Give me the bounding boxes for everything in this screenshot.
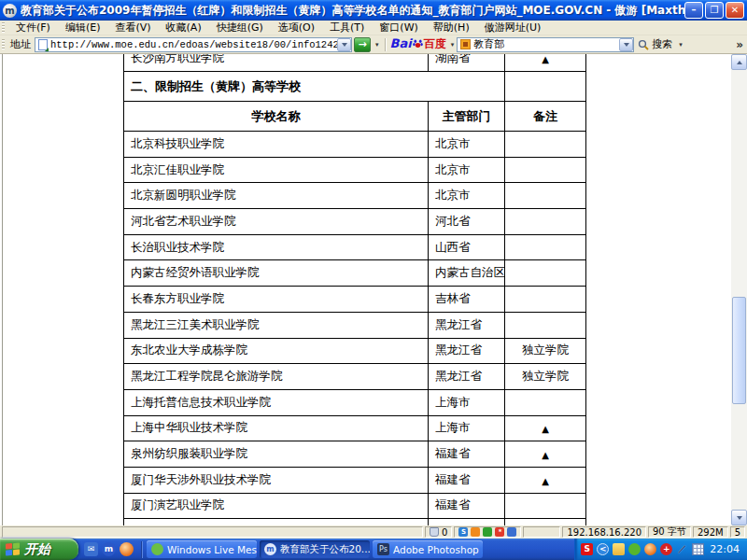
start-button[interactable]: 开始: [0, 539, 78, 560]
remark-triangle: ▲: [542, 476, 549, 486]
school-name-cell: 泉州纺织服装职业学院: [124, 441, 429, 468]
task-button-3[interactable]: PsAdobe Photoshop ...: [373, 540, 483, 558]
table-row: 长沙南方职业学院湖南省▲: [124, 54, 586, 72]
go-options-chevron[interactable]: ▾: [373, 41, 382, 49]
green-arrow-icon[interactable]: [483, 527, 492, 537]
security-tray-icon[interactable]: +: [660, 543, 672, 555]
hide-tray-icons-arrow[interactable]: <: [597, 543, 609, 555]
dept-cell: [429, 519, 505, 525]
close-button[interactable]: ✕: [726, 2, 744, 19]
restore-button[interactable]: ❐: [705, 2, 724, 19]
address-toolbar: 地址 http://www.moe.edu.cn/edoas/website18…: [0, 35, 747, 54]
baidu-logo[interactable]: Bai 百度: [390, 36, 446, 52]
menu-item-6[interactable]: 选项(O): [271, 20, 322, 35]
bytes-value: 90 字节: [653, 525, 686, 539]
trash-icon: [430, 527, 439, 537]
menu-item-7[interactable]: 工具(T): [322, 20, 372, 35]
mail-icon[interactable]: ✉: [84, 542, 98, 556]
search-query[interactable]: 教育部: [473, 37, 619, 51]
remark-cell: ▲: [505, 415, 586, 441]
school-table: 长沙南方职业学院湖南省▲二、限制招生（黄牌）高等学校学校名称主管部门备注北京科技…: [123, 54, 586, 525]
messenger-tray-icon[interactable]: [628, 543, 641, 555]
dept-cell: 福建省: [429, 441, 505, 468]
trash-pane[interactable]: 0: [425, 526, 452, 538]
menu-item-5[interactable]: 快捷组(G): [209, 20, 271, 35]
task-button-label: 教育部关于公布20...: [280, 543, 370, 556]
scroll-down-button[interactable]: [731, 510, 747, 525]
address-label: 地址: [10, 37, 31, 51]
folder-tray-icon[interactable]: [613, 543, 625, 555]
dept-cell: 北京市: [429, 157, 505, 183]
dept-cell: 吉林省: [429, 287, 505, 313]
menu-item-4[interactable]: 收藏(A): [159, 20, 209, 35]
menu-bar: 文件(F)编辑(E)查看(V)收藏(A)快捷组(G)选项(O)工具(T)窗口(W…: [0, 21, 747, 35]
table-row: 北京科技职业学院北京市: [124, 132, 586, 158]
window-arrow-icon[interactable]: [507, 527, 516, 537]
status-spacer-pane: [523, 526, 560, 538]
browser-icon[interactable]: [120, 542, 134, 556]
red-asterisk-icon[interactable]: *: [495, 527, 504, 537]
table-row: 东北农业大学成栋学院黑龙江省独立学院: [124, 338, 586, 364]
remark-cell: [505, 493, 586, 519]
task-button-2[interactable]: m教育部关于公布20...: [260, 540, 370, 558]
search-options-chevron[interactable]: ▾: [676, 41, 685, 49]
taskbar-clock[interactable]: 22:04: [710, 543, 740, 555]
address-url[interactable]: http://www.moe.edu.cn/edoas/website18/00…: [50, 39, 337, 50]
school-table-body: 长沙南方职业学院湖南省▲二、限制招生（黄牌）高等学校学校名称主管部门备注北京科技…: [124, 54, 586, 525]
scrollbar-thumb[interactable]: [732, 297, 746, 404]
baidu-options-chevron[interactable]: ▾: [448, 41, 458, 49]
address-dropdown-button[interactable]: [337, 38, 351, 51]
toolbar-grip[interactable]: [2, 22, 5, 33]
toolbar-grip[interactable]: [2, 39, 5, 49]
toolbar-overflow-chevron[interactable]: »: [734, 38, 747, 51]
school-name-cell: 河北省艺术职业学院: [124, 209, 429, 235]
sogou-icon[interactable]: S: [581, 543, 593, 555]
menu-item-8[interactable]: 窗口(W): [372, 20, 425, 35]
dept-cell: 上海市: [429, 389, 505, 415]
photoshop-icon: Ps: [377, 543, 389, 555]
task-button-1[interactable]: Windows Live Mes...: [147, 540, 257, 558]
minimize-button[interactable]: –: [684, 2, 703, 19]
table-row: 内蒙古经贸外语职业学院内蒙古自治区: [124, 260, 586, 287]
site-favicon: [460, 39, 471, 49]
toolbar-separator: [385, 38, 386, 51]
remark-cell: [505, 209, 586, 235]
remark-text: 独立学院: [522, 343, 569, 357]
chevron-down-icon: [342, 43, 347, 47]
dept-cell: 福建省: [429, 493, 505, 519]
address-input[interactable]: http://www.moe.edu.cn/edoas/website18/00…: [35, 37, 352, 52]
dept-cell: 北京市: [429, 132, 505, 158]
chevron-up-icon: [737, 61, 742, 64]
remark-cell: 独立学院: [505, 364, 586, 390]
baidu-logo-du: 百度: [424, 36, 446, 52]
column-header: 主管部门: [429, 102, 505, 132]
orange-tray-icon[interactable]: [644, 543, 656, 555]
keyboard-tray-icon[interactable]: [692, 543, 704, 555]
menu-bar-items: 文件(F)编辑(E)查看(V)收藏(A)快捷组(G)选项(O)工具(T)窗口(W…: [8, 20, 548, 35]
vertical-scrollbar[interactable]: [731, 54, 747, 525]
menu-item-1[interactable]: 文件(F): [8, 20, 58, 35]
remark-cell: [505, 260, 586, 287]
table-row: 厦门华天涉外职业技术学院福建省▲: [124, 467, 586, 493]
pen-tray-icon[interactable]: ／: [676, 543, 688, 555]
remark-cell: 独立学院: [505, 338, 586, 364]
scroll-up-button[interactable]: [731, 54, 747, 70]
menu-item-10[interactable]: 傲游网址(U): [477, 20, 549, 35]
maxthon-app-icon: m: [3, 4, 17, 18]
remark-cell: [505, 312, 586, 338]
search-dropdown-button[interactable]: [619, 38, 633, 51]
dept-cell: 山西省: [429, 234, 505, 260]
baidu-search-input[interactable]: 教育部: [457, 37, 634, 52]
menu-item-9[interactable]: 帮助(H): [426, 20, 477, 35]
remark-cell: ▲: [505, 441, 586, 468]
browser-viewport: 长沙南方职业学院湖南省▲二、限制招生（黄牌）高等学校学校名称主管部门备注北京科技…: [0, 54, 747, 525]
search-button[interactable]: 搜索: [634, 37, 676, 51]
chevron-down-icon: [737, 516, 742, 520]
ip-pane: 192.168.16.220: [562, 526, 646, 538]
go-button[interactable]: →: [354, 37, 371, 52]
menu-item-3[interactable]: 查看(V): [107, 20, 158, 35]
swirl-icon[interactable]: S: [458, 527, 468, 537]
maxthon-icon[interactable]: m: [102, 542, 116, 556]
menu-item-2[interactable]: 编辑(E): [58, 20, 108, 35]
shield-icon[interactable]: [471, 527, 480, 537]
